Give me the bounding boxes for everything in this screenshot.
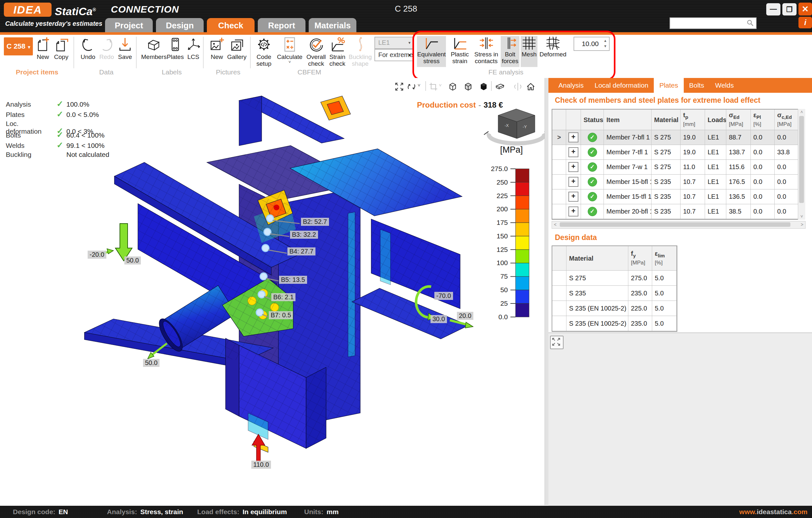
fe-bolt-forces-toggle[interactable]: Bolt forces [501, 36, 519, 67]
results-tab-analysis[interactable]: Analysis [553, 78, 589, 93]
gallery-icon [229, 36, 244, 53]
extreme-filter-select[interactable]: For extreme▾ [374, 49, 414, 61]
bolt-force-label: B2: 52.7 [301, 218, 329, 226]
table-row[interactable]: + ✓ Member 20-bfl 1S 235 10.7LE1 38.50.0… [552, 204, 799, 219]
status-units: Units:mm [304, 506, 339, 518]
expand-row-button[interactable]: + [569, 207, 578, 216]
bolt-force-label: B4: 27.7 [287, 247, 315, 255]
load-case-select[interactable]: LE1▾ [374, 37, 414, 49]
website-link[interactable]: www.ideastatica.com [739, 506, 808, 518]
tab-project[interactable]: Project [105, 18, 153, 32]
calculate-dropdown-caret[interactable]: ˅ [276, 60, 303, 64]
copy-project-item-button[interactable]: Copy [52, 36, 70, 60]
deformed-scale-stepper[interactable]: 10.00 ▲ ▼ [574, 37, 610, 51]
zoom-fit-icon[interactable] [395, 82, 404, 91]
table-row[interactable]: + ✓ Member 7-w 1S 275 11.0LE1 115.60.0 0… [552, 160, 799, 175]
buckling-shape-icon [352, 36, 368, 53]
scale-tick: 225 [483, 192, 508, 200]
expand-panel-button[interactable] [550, 336, 563, 349]
expand-row-button[interactable]: + [569, 192, 578, 202]
fe-plastic-strain-toggle[interactable]: Plastic strain [447, 36, 472, 67]
group-label-fe-analysis: FE analysis [445, 68, 567, 76]
member-box-icon [146, 36, 162, 53]
table-vertical-scrollbar[interactable]: ˄ ˅ [798, 109, 805, 220]
3d-viewport[interactable]: -X -Y [0, 78, 545, 505]
close-button[interactable]: ✕ [799, 3, 812, 16]
info-button[interactable]: i [799, 17, 812, 28]
transparent-view-icon[interactable] [463, 82, 473, 91]
redo-button: Redo [97, 36, 116, 60]
spin-down-icon[interactable]: ▼ [604, 44, 607, 48]
tab-design[interactable]: Design [156, 18, 204, 32]
results-tab-bolts[interactable]: Bolts [684, 78, 710, 93]
group-label-pictures: Pictures [206, 68, 250, 76]
table-horizontal-scrollbar[interactable]: ˂ ˃ [552, 221, 806, 229]
save-icon [117, 36, 133, 53]
fe-equivalent-stress-toggle[interactable]: Equivalent stress [417, 36, 446, 67]
code-setup-button[interactable]: Code setup [254, 36, 274, 67]
load-arrow-down [115, 223, 132, 261]
results-tab-local-deformation[interactable]: Local deformation [589, 78, 654, 93]
fe-deformed-toggle[interactable]: Deformed [539, 36, 567, 67]
summary-value: 60.4 < 100% [66, 131, 105, 139]
project-item-selector[interactable]: C 258▾ [4, 37, 33, 55]
table-row[interactable]: + ✓ Member 15-tfl 1S 235 10.7LE1 136.50.… [552, 189, 799, 204]
undo-button[interactable]: Undo [79, 36, 97, 60]
plates-check-heading: Check of members and steel plates for ex… [555, 96, 760, 105]
table-row[interactable]: + ✓ Member 15-bfl 1S 235 10.7LE1 176.50.… [552, 175, 799, 189]
caret-down-icon: ▾ [28, 44, 30, 50]
home-view-icon[interactable] [526, 82, 535, 91]
save-button[interactable]: Save [116, 36, 134, 60]
rotate-view-icon[interactable] [407, 82, 416, 91]
expand-row-button[interactable]: + [569, 162, 578, 172]
search-input[interactable] [670, 18, 757, 29]
status-ok-icon: ✓ [588, 148, 597, 157]
expand-row-button[interactable]: + [569, 132, 578, 142]
scroll-up-icon[interactable]: ˄ [798, 109, 805, 115]
expand-row-button[interactable]: + [569, 177, 578, 187]
labels-plates-toggle[interactable]: Plates [166, 36, 184, 60]
results-tab-welds[interactable]: Welds [709, 78, 739, 93]
table-row[interactable]: S 235 (EN 10025-2) 225.05.0 [552, 301, 677, 316]
results-tab-plates[interactable]: Plates [654, 78, 684, 93]
table-row[interactable]: S 275 275.05.0 [552, 271, 677, 286]
summary-value: 0.0 < 5.0% [66, 111, 99, 119]
scroll-left-icon[interactable]: ˂ [552, 221, 558, 228]
tab-check[interactable]: Check [207, 18, 255, 32]
scroll-right-icon[interactable]: ˃ [799, 221, 805, 228]
product-name: CONNECTION [111, 4, 179, 15]
table-row[interactable]: > + ✓ Member 7-bfl 1S 275 19.0LE1 88.70.… [552, 130, 799, 145]
fe-stress-in-contacts-toggle[interactable]: Stress in contacts [473, 36, 499, 67]
labels-lcs-toggle[interactable]: LCS [185, 36, 202, 60]
brand-tagline: Calculate yesterday's estimates [5, 20, 103, 27]
stress-in-contacts-icon [478, 36, 494, 50]
minimize-button[interactable]: — [766, 3, 780, 16]
rotate-options-caret[interactable]: ˅ [417, 83, 420, 88]
scroll-down-icon[interactable]: ˅ [798, 213, 805, 220]
expand-row-button[interactable]: + [569, 147, 578, 157]
new-project-item-button[interactable]: New [34, 36, 52, 60]
tab-report[interactable]: Report [258, 18, 306, 32]
load-label: -20.0 [88, 251, 106, 259]
table-row[interactable]: + ✓ Member 7-tfl 1S 275 19.0LE1 138.70.0… [552, 145, 799, 160]
maximize-button[interactable]: ❐ [782, 3, 796, 16]
picture-new-button[interactable]: New [208, 36, 226, 60]
clip-section-icon[interactable] [495, 82, 504, 91]
overall-check-button[interactable]: Overall check [306, 36, 327, 67]
table-row[interactable]: S 235 235.05.0 [552, 286, 677, 301]
production-cost: Production cost-318 € [417, 100, 503, 110]
solid-view-icon[interactable] [479, 82, 489, 91]
navigation-cube[interactable]: -X -Y [484, 109, 545, 143]
fe-mesh-toggle[interactable]: Mesh [521, 36, 538, 67]
picture-gallery-button[interactable]: Gallery [226, 36, 248, 60]
labels-members-toggle[interactable]: Members [141, 36, 166, 60]
scale-tick: 250 [483, 179, 508, 186]
tab-materials[interactable]: Materials [309, 18, 356, 32]
wireframe-view-icon[interactable] [448, 82, 458, 91]
redo-icon [99, 36, 114, 53]
mesh-icon [521, 36, 537, 50]
table-row[interactable]: S 235 (EN 10025-2) - 1 235.05.0 [552, 316, 677, 331]
calculate-button[interactable]: Calculate ˅ [276, 36, 303, 64]
spin-up-icon[interactable]: ▲ [604, 39, 607, 42]
strain-check-button[interactable]: Strain check [328, 36, 347, 67]
